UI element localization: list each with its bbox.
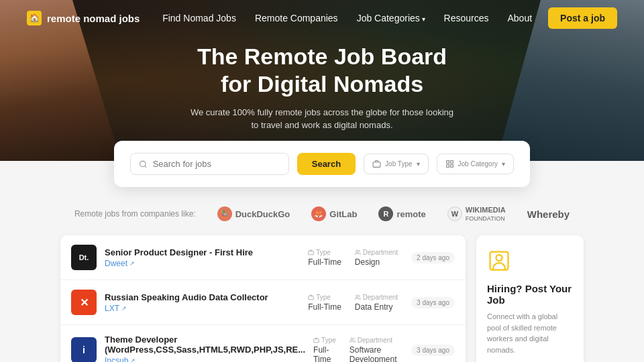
remote-name: remote [396, 209, 425, 219]
time-badge: 3 days ago [411, 297, 455, 308]
company-name: Dweet ↗ [105, 259, 300, 268]
job-meta: Type Full-Time Department Design 2 days … [308, 249, 455, 267]
company-name: LXT ↗ [105, 304, 300, 313]
job-list: Dt. Senior Product Designer - First Hire… [60, 235, 466, 362]
dept-icon [355, 294, 361, 300]
remote-logo-mark: R [378, 206, 393, 221]
companies-section: Remote jobs from companies like: 🦆 DuckD… [0, 187, 644, 235]
svg-rect-11 [314, 339, 319, 342]
company-gitlab[interactable]: 🦊 GitLab [311, 206, 357, 221]
job-category-dropdown[interactable]: Job Category ▾ [437, 154, 514, 174]
svg-point-0 [140, 161, 146, 166]
type-icon [308, 249, 314, 255]
external-link-icon: ↗ [130, 357, 136, 362]
external-link-icon: ↗ [129, 260, 135, 267]
duckduckgo-logo-mark: 🦆 [217, 206, 232, 221]
company-remote[interactable]: R remote [378, 206, 425, 221]
type-meta: Type Full-Time [308, 294, 341, 312]
svg-rect-7 [309, 251, 314, 254]
avatar: ✕ [71, 290, 97, 315]
search-card: Search Job Type ▾ Job Category ▾ [114, 141, 530, 187]
company-whereby[interactable]: Whereby [527, 208, 570, 220]
post-job-card-title: Hiring? Post Your Job [487, 283, 573, 306]
nav-links: Find Nomad Jobs Remote Companies Job Cat… [162, 12, 532, 24]
table-row[interactable]: i Theme Developer (WordPress,CSS,Sass,HT… [60, 325, 466, 362]
company-name: Incsub ↗ [105, 356, 305, 362]
dept-meta: Department Software Development [350, 337, 398, 363]
category-icon [445, 160, 454, 168]
svg-point-10 [356, 295, 358, 297]
svg-rect-2 [373, 162, 380, 168]
time-badge: 3 days ago [411, 345, 455, 356]
table-row[interactable]: ✕ Russian Speaking Audio Data Collector … [60, 280, 466, 325]
logo[interactable]: 🏠 remote nomad jobs [27, 11, 140, 25]
nav-about[interactable]: About [508, 13, 533, 23]
job-title: Russian Speaking Audio Data Collector [105, 292, 300, 302]
gitlab-logo-mark: 🦊 [311, 206, 326, 221]
navbar: 🏠 remote nomad jobs Find Nomad Jobs Remo… [0, 0, 644, 36]
search-input[interactable] [153, 159, 280, 169]
logo-text: remote nomad jobs [47, 13, 140, 24]
job-info: Theme Developer (WordPress,CSS,Sass,HTML… [105, 335, 305, 362]
whereby-name: Whereby [527, 208, 570, 220]
gitlab-name: GitLab [329, 209, 357, 219]
company-wikimedia[interactable]: W WIKIMEDIAFOUNDATION [447, 206, 506, 222]
avatar: i [71, 337, 97, 362]
svg-point-8 [356, 250, 358, 252]
avatar: Dt. [71, 245, 97, 270]
type-icon [313, 337, 319, 343]
table-row[interactable]: Dt. Senior Product Designer - First Hire… [60, 235, 466, 280]
svg-point-14 [496, 255, 502, 261]
person-card-icon [487, 249, 511, 273]
type-icon [308, 294, 314, 300]
svg-rect-3 [446, 161, 449, 164]
job-info: Russian Speaking Audio Data Collector LX… [105, 292, 300, 313]
company-duckduckgo[interactable]: 🦆 DuckDuckGo [217, 206, 290, 221]
sidebar: Hiring? Post Your Job Connect with a glo… [476, 235, 584, 362]
job-title: Senior Product Designer - First Hire [105, 247, 300, 257]
type-meta: Type Full-Time [313, 337, 336, 363]
search-section: Search Job Type ▾ Job Category ▾ [0, 141, 644, 187]
job-meta: Type Full-Time Department Data Entry 3 d… [308, 294, 455, 312]
post-job-nav-button[interactable]: Post a job [548, 7, 617, 29]
svg-point-12 [351, 338, 353, 340]
briefcase-icon [372, 160, 381, 168]
type-meta: Type Full-Time [308, 249, 341, 267]
svg-line-1 [145, 166, 146, 167]
external-link-icon: ↗ [121, 305, 127, 312]
main-content: Dt. Senior Product Designer - First Hire… [0, 235, 644, 362]
time-badge: 2 days ago [411, 252, 455, 263]
dept-meta: Department Design [355, 249, 398, 267]
svg-rect-9 [309, 296, 314, 299]
nav-resources[interactable]: Resources [444, 13, 489, 23]
job-type-dropdown[interactable]: Job Type ▾ [364, 154, 428, 174]
wikimedia-logo-mark: W [447, 206, 462, 221]
wikimedia-name: WIKIMEDIAFOUNDATION [466, 206, 506, 222]
svg-rect-4 [450, 161, 453, 164]
nav-job-categories[interactable]: Job Categories [357, 13, 425, 23]
job-title: Theme Developer (WordPress,CSS,Sass,HTML… [105, 335, 305, 355]
post-job-card-icon [487, 249, 573, 278]
job-meta: Type Full-Time Department Software Devel… [313, 337, 455, 363]
nav-remote-companies[interactable]: Remote Companies [255, 13, 338, 23]
post-job-card: Hiring? Post Your Job Connect with a glo… [476, 235, 584, 362]
companies-label: Remote jobs from companies like: [74, 209, 196, 219]
svg-rect-6 [450, 165, 453, 168]
logo-icon: 🏠 [27, 11, 42, 25]
search-icon [139, 160, 148, 169]
nav-find-nomad-jobs[interactable]: Find Nomad Jobs [162, 13, 236, 23]
dept-icon [350, 337, 356, 343]
dept-icon [355, 249, 361, 255]
search-button[interactable]: Search [297, 153, 356, 175]
dept-meta: Department Data Entry [355, 294, 398, 312]
hero-title: The Remote Job Board for Digital Nomads [0, 43, 644, 98]
post-job-card-desc: Connect with a global pool of skilled re… [487, 311, 573, 355]
hero-subtitle: We curate 100% fully remote jobs across … [0, 106, 644, 132]
duckduckgo-name: DuckDuckGo [235, 209, 290, 219]
svg-rect-5 [446, 165, 449, 168]
job-info: Senior Product Designer - First Hire Dwe… [105, 247, 300, 268]
search-input-wrap[interactable] [130, 153, 289, 175]
